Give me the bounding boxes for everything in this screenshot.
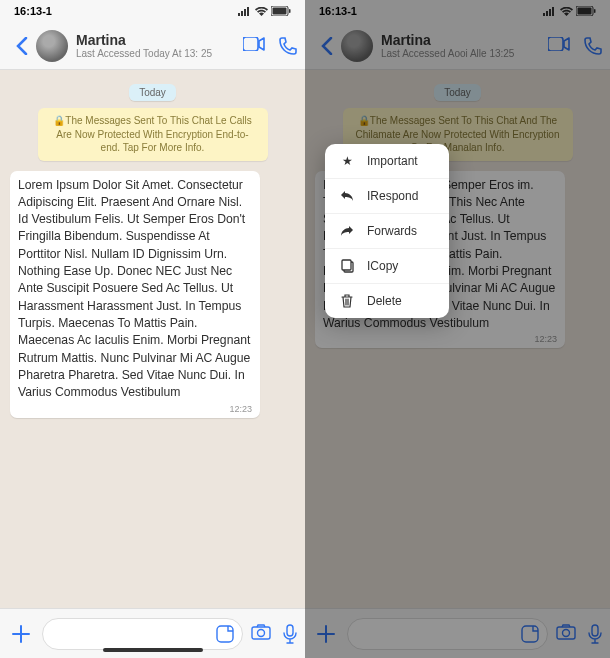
menu-item-respond[interactable]: IRespond — [325, 179, 449, 214]
svg-rect-8 — [217, 626, 233, 642]
svg-rect-25 — [342, 260, 351, 270]
encryption-notice[interactable]: 🔒The Messages Sent To This Chat Le Calls… — [38, 108, 268, 161]
trash-icon — [339, 294, 355, 308]
avatar[interactable] — [36, 30, 68, 62]
svg-point-10 — [258, 629, 265, 636]
date-pill: Today — [10, 82, 295, 100]
svg-rect-0 — [238, 13, 240, 16]
camera-icon[interactable] — [251, 624, 271, 640]
message-input[interactable] — [42, 618, 243, 650]
plus-icon — [11, 624, 31, 644]
svg-rect-5 — [273, 8, 287, 15]
last-seen: Last Accessed Today At 13: 25 — [76, 48, 243, 59]
status-icons — [238, 6, 291, 16]
reply-icon — [339, 190, 355, 202]
header-info[interactable]: Martina Last Accessed Today At 13: 25 — [76, 32, 243, 59]
back-button[interactable] — [8, 37, 36, 55]
svg-rect-3 — [247, 7, 249, 16]
menu-item-important[interactable]: ★ Important — [325, 144, 449, 179]
dim-overlay[interactable] — [305, 0, 610, 658]
menu-label: ICopy — [367, 259, 398, 273]
svg-rect-1 — [241, 11, 243, 16]
wifi-icon — [255, 7, 268, 16]
star-icon: ★ — [339, 154, 355, 168]
battery-icon — [271, 6, 291, 16]
voice-call-icon[interactable] — [279, 37, 297, 55]
chat-header: Martina Last Accessed Today At 13: 25 — [0, 22, 305, 70]
svg-rect-11 — [287, 625, 293, 636]
contact-name: Martina — [76, 32, 243, 48]
menu-label: IRespond — [367, 189, 418, 203]
copy-icon — [339, 259, 355, 273]
status-bar: 16:13-1 — [0, 0, 305, 22]
message-text: Lorem Ipsum Dolor Sit Amet. Consectetur … — [18, 177, 252, 402]
menu-item-copy[interactable]: ICopy — [325, 249, 449, 284]
signal-icon — [238, 7, 252, 16]
menu-item-forward[interactable]: Forwards — [325, 214, 449, 249]
forward-icon — [339, 225, 355, 237]
home-indicator[interactable] — [103, 648, 203, 652]
video-call-icon[interactable] — [243, 37, 265, 51]
svg-rect-6 — [289, 9, 291, 13]
status-time: 16:13-1 — [14, 5, 52, 17]
menu-label: Delete — [367, 294, 402, 308]
svg-rect-7 — [243, 37, 258, 51]
svg-rect-2 — [244, 9, 246, 16]
context-menu: ★ Important IRespond Forwards ICopy — [325, 144, 449, 318]
svg-rect-9 — [252, 627, 270, 639]
menu-item-delete[interactable]: Delete — [325, 284, 449, 318]
menu-label: Forwards — [367, 224, 417, 238]
message-time: 12:23 — [18, 404, 252, 414]
attach-button[interactable] — [8, 624, 34, 644]
menu-label: Important — [367, 154, 418, 168]
chevron-left-icon — [16, 37, 28, 55]
chat-area[interactable]: Today 🔒The Messages Sent To This Chat Le… — [0, 70, 305, 608]
sticker-icon[interactable] — [216, 625, 234, 643]
message-bubble[interactable]: Lorem Ipsum Dolor Sit Amet. Consectetur … — [10, 171, 260, 418]
microphone-icon[interactable] — [283, 624, 297, 644]
